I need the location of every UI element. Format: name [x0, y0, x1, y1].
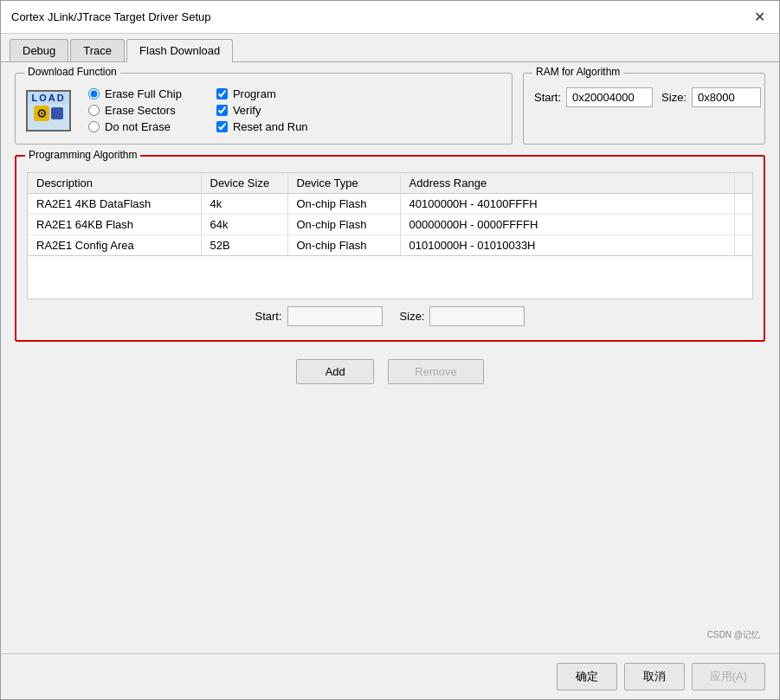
main-window: Cortex JLink/JTrace Target Driver Setup … — [0, 0, 780, 700]
algo-table-header: Description Device Size Device Type Addr… — [28, 173, 752, 194]
algo-start-label: Start: — [255, 310, 282, 323]
tab-debug[interactable]: Debug — [10, 39, 68, 61]
footer: 确定 取消 应用(A) — [1, 653, 779, 699]
ram-inner: Start: Size: — [534, 80, 754, 107]
prog-algo-inner: Description Device Size Device Type Addr… — [27, 164, 753, 330]
content-spacer — [15, 395, 765, 617]
download-function-legend: Download Function — [24, 66, 120, 78]
algo-table: Description Device Size Device Type Addr… — [28, 173, 752, 255]
erase-radio-group: Erase Full Chip Erase Sectors Do not Era… — [88, 87, 182, 133]
col-address-range: Address Range — [400, 173, 735, 194]
erase-sectors-radio[interactable]: Erase Sectors — [88, 104, 182, 117]
table-row: RA2E1 Config Area 52B On-chip Flash 0101… — [28, 235, 752, 256]
tab-bar: Debug Trace Flash Download — [1, 34, 779, 62]
programming-algorithm-group: Programming Algorithm Description Device… — [15, 155, 765, 342]
cancel-button[interactable]: 取消 — [624, 663, 685, 690]
algo-size-input[interactable] — [429, 306, 525, 326]
row2-description: RA2E1 Config Area — [28, 235, 201, 256]
tab-content: Download Function LOAD ⚙ — [1, 62, 779, 653]
close-button[interactable]: ✕ — [751, 10, 769, 24]
load-gears: ⚙ — [34, 106, 63, 121]
title-bar: Cortex JLink/JTrace Target Driver Setup … — [1, 1, 779, 34]
col-device-size: Device Size — [201, 173, 287, 194]
row0-device-type: On-chip Flash — [287, 194, 400, 215]
program-checkbox[interactable]: Program — [216, 87, 308, 100]
row1-address-range: 00000000H - 0000FFFFH — [400, 215, 735, 235]
algo-start-field: Start: — [255, 306, 383, 326]
algo-start-size-row: Start: Size: — [27, 306, 753, 330]
download-function-group: Download Function LOAD ⚙ — [15, 73, 512, 144]
tab-flash-download[interactable]: Flash Download — [126, 39, 233, 62]
ram-size-field: Size: — [661, 87, 761, 107]
gear-blue-icon — [51, 107, 63, 119]
row1-device-type: On-chip Flash — [287, 215, 400, 235]
row1-description: RA2E1 64KB Flash — [28, 215, 201, 235]
add-button[interactable]: Add — [296, 359, 374, 384]
ram-size-input[interactable] — [692, 87, 761, 107]
tab-trace[interactable]: Trace — [70, 39, 125, 61]
row1-device-size: 64k — [201, 215, 287, 235]
ram-legend: RAM for Algorithm — [532, 66, 623, 78]
col-extra — [735, 173, 753, 194]
ram-start-field: Start: — [534, 87, 653, 107]
do-not-erase-radio[interactable]: Do not Erase — [88, 120, 182, 133]
add-remove-buttons: Add Remove — [15, 359, 765, 384]
window-title: Cortex JLink/JTrace Target Driver Setup — [11, 10, 210, 23]
algo-table-body: RA2E1 4KB DataFlash 4k On-chip Flash 401… — [28, 194, 752, 256]
ok-button[interactable]: 确定 — [557, 663, 617, 690]
algo-start-input[interactable] — [287, 306, 383, 326]
watermark: CSDN @记忆 — [15, 627, 765, 643]
algo-empty-area — [27, 256, 753, 299]
top-row: Download Function LOAD ⚙ — [15, 73, 765, 144]
col-device-type: Device Type — [287, 173, 400, 194]
ram-for-algorithm-group: RAM for Algorithm Start: Size: — [523, 73, 765, 144]
options-checkbox-group: Program Verify Reset and Run — [216, 87, 308, 133]
gear-yellow-icon: ⚙ — [34, 106, 49, 121]
row2-device-size: 52B — [201, 235, 287, 256]
row2-device-type: On-chip Flash — [287, 235, 400, 256]
col-description: Description — [28, 173, 201, 194]
verify-checkbox[interactable]: Verify — [216, 104, 308, 117]
algo-size-field: Size: — [400, 306, 525, 326]
load-icon-container: LOAD ⚙ — [26, 88, 71, 133]
row0-description: RA2E1 4KB DataFlash — [28, 194, 201, 215]
ram-start-label: Start: — [534, 91, 561, 104]
reset-and-run-checkbox[interactable]: Reset and Run — [216, 120, 308, 133]
erase-full-chip-radio[interactable]: Erase Full Chip — [88, 87, 182, 100]
table-row: RA2E1 4KB DataFlash 4k On-chip Flash 401… — [28, 194, 752, 215]
row0-device-size: 4k — [201, 194, 287, 215]
download-function-inner: LOAD ⚙ Erase Full Chip — [26, 80, 501, 133]
row0-address-range: 40100000H - 40100FFFH — [400, 194, 735, 215]
row2-address-range: 01010000H - 01010033H — [400, 235, 735, 256]
apply-button[interactable]: 应用(A) — [692, 663, 765, 690]
ram-start-input[interactable] — [566, 87, 653, 107]
ram-size-label: Size: — [661, 91, 687, 104]
table-row: RA2E1 64KB Flash 64k On-chip Flash 00000… — [28, 215, 752, 235]
load-label: LOAD — [28, 92, 69, 104]
prog-algo-legend: Programming Algorithm — [25, 149, 140, 161]
remove-button[interactable]: Remove — [388, 359, 483, 384]
algo-size-label: Size: — [400, 310, 425, 323]
algo-table-wrapper: Description Device Size Device Type Addr… — [27, 172, 753, 256]
load-icon: LOAD ⚙ — [26, 90, 71, 132]
